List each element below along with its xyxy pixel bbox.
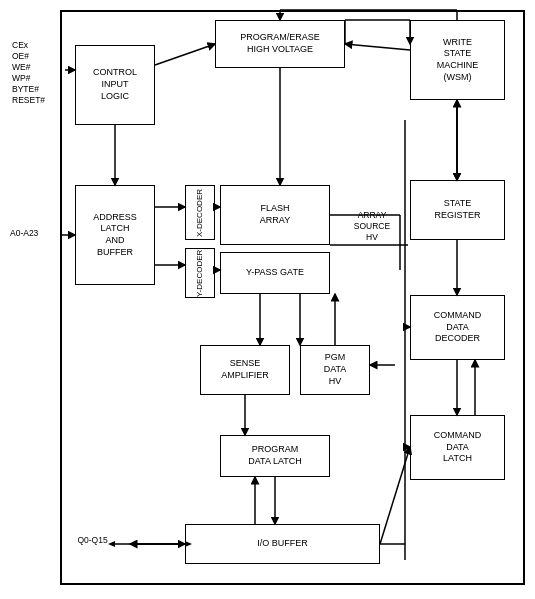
cex-label: CEx OE# WE# WP# BYTE# RESET# bbox=[12, 40, 67, 106]
block-diagram: CONTROL INPUT LOGIC PROGRAM/ERASE HIGH V… bbox=[0, 0, 535, 599]
y-decoder-block: Y-DECODER bbox=[185, 248, 215, 298]
command-data-decoder-block: COMMAND DATA DECODER bbox=[410, 295, 505, 360]
q0-q15-label: Q0-Q15 bbox=[65, 535, 120, 546]
array-source-hv-label: ARRAY SOURCE HV bbox=[342, 210, 402, 243]
a0-a23-label: A0-A23 bbox=[10, 228, 65, 239]
state-register-block: STATE REGISTER bbox=[410, 180, 505, 240]
flash-array-block: FLASH ARRAY bbox=[220, 185, 330, 245]
command-data-latch-block: COMMAND DATA LATCH bbox=[410, 415, 505, 480]
write-state-machine-block: WRITE STATE MACHINE (WSM) bbox=[410, 20, 505, 100]
sense-amplifier-block: SENSE AMPLIFIER bbox=[200, 345, 290, 395]
address-latch-buffer-block: ADDRESS LATCH AND BUFFER bbox=[75, 185, 155, 285]
program-data-latch-block: PROGRAM DATA LATCH bbox=[220, 435, 330, 477]
y-pass-gate-block: Y-PASS GATE bbox=[220, 252, 330, 294]
program-erase-hv-block: PROGRAM/ERASE HIGH VOLTAGE bbox=[215, 20, 345, 68]
control-input-logic-block: CONTROL INPUT LOGIC bbox=[75, 45, 155, 125]
x-decoder-block: X-DECODER bbox=[185, 185, 215, 240]
io-buffer-block: I/O BUFFER bbox=[185, 524, 380, 564]
pgm-data-hv-block: PGM DATA HV bbox=[300, 345, 370, 395]
